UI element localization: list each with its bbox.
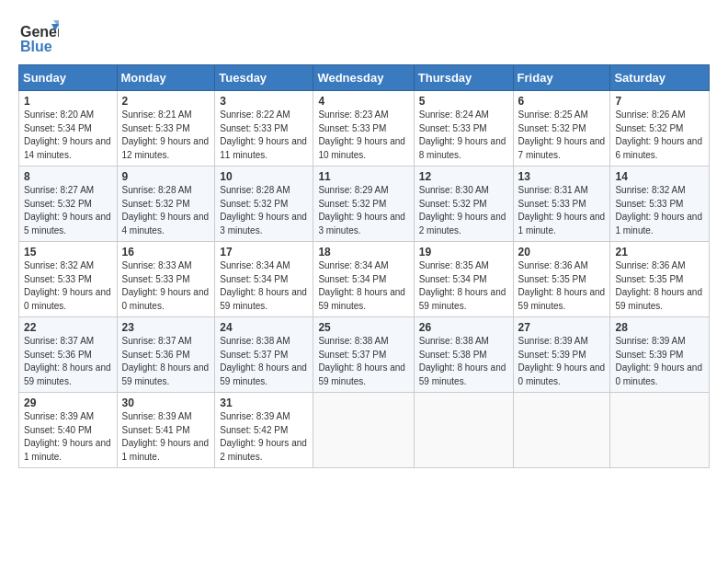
sunrise: Sunrise: 8:21 AM — [122, 109, 192, 120]
calendar-cell: 30 Sunrise: 8:39 AM Sunset: 5:41 PM Dayl… — [117, 393, 215, 468]
col-header-friday: Friday — [513, 65, 610, 91]
day-info: Sunrise: 8:38 AM Sunset: 5:38 PM Dayligh… — [419, 335, 508, 388]
day-info: Sunrise: 8:32 AM Sunset: 5:33 PM Dayligh… — [615, 184, 704, 237]
calendar-cell: 2 Sunrise: 8:21 AM Sunset: 5:33 PM Dayli… — [117, 91, 215, 167]
calendar-cell — [414, 393, 513, 468]
sunset: Sunset: 5:34 PM — [24, 123, 92, 133]
daylight: Daylight: 9 hours and 14 minutes. — [24, 136, 111, 160]
calendar-cell: 4 Sunrise: 8:23 AM Sunset: 5:33 PM Dayli… — [313, 91, 414, 167]
sunrise: Sunrise: 8:28 AM — [220, 185, 290, 195]
calendar-cell: 10 Sunrise: 8:28 AM Sunset: 5:32 PM Dayl… — [215, 167, 313, 242]
day-info: Sunrise: 8:37 AM Sunset: 5:36 PM Dayligh… — [122, 335, 210, 388]
sunrise: Sunrise: 8:32 AM — [615, 185, 685, 195]
daylight: Daylight: 8 hours and 59 minutes. — [518, 287, 606, 311]
calendar-cell: 22 Sunrise: 8:37 AM Sunset: 5:36 PM Dayl… — [19, 317, 118, 393]
daylight: Daylight: 9 hours and 6 minutes. — [615, 136, 702, 160]
calendar-week-row: 29 Sunrise: 8:39 AM Sunset: 5:40 PM Dayl… — [19, 393, 710, 468]
calendar-cell: 7 Sunrise: 8:26 AM Sunset: 5:32 PM Dayli… — [610, 91, 710, 167]
day-info: Sunrise: 8:39 AM Sunset: 5:39 PM Dayligh… — [615, 335, 704, 388]
sunset: Sunset: 5:32 PM — [419, 199, 487, 209]
calendar-week-row: 1 Sunrise: 8:20 AM Sunset: 5:34 PM Dayli… — [19, 91, 710, 167]
sunset: Sunset: 5:33 PM — [220, 123, 288, 133]
day-number: 18 — [318, 246, 408, 259]
sunset: Sunset: 5:32 PM — [518, 123, 586, 133]
day-info: Sunrise: 8:27 AM Sunset: 5:32 PM Dayligh… — [24, 184, 112, 237]
day-number: 9 — [122, 170, 210, 183]
col-header-sunday: Sunday — [19, 65, 118, 91]
sunset: Sunset: 5:42 PM — [220, 425, 288, 435]
sunrise: Sunrise: 8:26 AM — [615, 109, 685, 120]
daylight: Daylight: 8 hours and 59 minutes. — [220, 287, 307, 311]
sunrise: Sunrise: 8:36 AM — [615, 260, 685, 270]
day-info: Sunrise: 8:39 AM Sunset: 5:41 PM Dayligh… — [122, 410, 210, 464]
sunrise: Sunrise: 8:36 AM — [518, 260, 588, 270]
sunset: Sunset: 5:38 PM — [419, 350, 487, 360]
sunset: Sunset: 5:34 PM — [318, 274, 386, 284]
calendar-cell: 31 Sunrise: 8:39 AM Sunset: 5:42 PM Dayl… — [215, 393, 313, 468]
day-number: 14 — [615, 170, 704, 183]
sunset: Sunset: 5:33 PM — [318, 123, 386, 133]
sunrise: Sunrise: 8:33 AM — [122, 260, 192, 270]
daylight: Daylight: 9 hours and 1 minute. — [615, 212, 702, 236]
day-number: 6 — [518, 95, 606, 108]
calendar-week-row: 22 Sunrise: 8:37 AM Sunset: 5:36 PM Dayl… — [19, 317, 710, 393]
sunrise: Sunrise: 8:30 AM — [419, 185, 489, 195]
day-info: Sunrise: 8:38 AM Sunset: 5:37 PM Dayligh… — [220, 335, 308, 388]
sunrise: Sunrise: 8:34 AM — [220, 260, 290, 270]
sunset: Sunset: 5:33 PM — [24, 274, 92, 284]
calendar-cell: 12 Sunrise: 8:30 AM Sunset: 5:32 PM Dayl… — [414, 167, 513, 242]
day-number: 20 — [518, 246, 606, 259]
day-number: 21 — [615, 246, 704, 259]
sunset: Sunset: 5:33 PM — [122, 274, 190, 284]
day-info: Sunrise: 8:24 AM Sunset: 5:33 PM Dayligh… — [419, 109, 508, 162]
calendar-cell: 8 Sunrise: 8:27 AM Sunset: 5:32 PM Dayli… — [19, 167, 118, 242]
day-number: 7 — [615, 95, 704, 108]
day-info: Sunrise: 8:31 AM Sunset: 5:33 PM Dayligh… — [518, 184, 606, 237]
calendar-cell: 5 Sunrise: 8:24 AM Sunset: 5:33 PM Dayli… — [414, 91, 513, 167]
day-number: 29 — [24, 396, 112, 409]
day-number: 2 — [122, 95, 210, 108]
sunset: Sunset: 5:37 PM — [220, 350, 288, 360]
daylight: Daylight: 9 hours and 11 minutes. — [220, 136, 307, 160]
sunrise: Sunrise: 8:23 AM — [318, 109, 388, 120]
daylight: Daylight: 9 hours and 1 minute. — [24, 438, 111, 462]
daylight: Daylight: 8 hours and 59 minutes. — [615, 287, 702, 311]
day-number: 11 — [318, 170, 408, 183]
day-number: 30 — [122, 396, 210, 409]
col-header-thursday: Thursday — [414, 65, 513, 91]
calendar-cell: 26 Sunrise: 8:38 AM Sunset: 5:38 PM Dayl… — [414, 317, 513, 393]
day-number: 31 — [220, 396, 308, 409]
sunset: Sunset: 5:39 PM — [615, 350, 683, 360]
day-info: Sunrise: 8:20 AM Sunset: 5:34 PM Dayligh… — [24, 109, 112, 162]
sunset: Sunset: 5:36 PM — [122, 350, 190, 360]
daylight: Daylight: 8 hours and 59 minutes. — [24, 362, 111, 386]
sunset: Sunset: 5:32 PM — [122, 199, 190, 209]
sunset: Sunset: 5:40 PM — [24, 425, 92, 435]
calendar-cell: 23 Sunrise: 8:37 AM Sunset: 5:36 PM Dayl… — [117, 317, 215, 393]
calendar-cell: 3 Sunrise: 8:22 AM Sunset: 5:33 PM Dayli… — [215, 91, 313, 167]
day-info: Sunrise: 8:39 AM Sunset: 5:42 PM Dayligh… — [220, 410, 308, 464]
daylight: Daylight: 9 hours and 0 minutes. — [24, 287, 111, 311]
daylight: Daylight: 8 hours and 59 minutes. — [220, 362, 307, 386]
day-info: Sunrise: 8:28 AM Sunset: 5:32 PM Dayligh… — [122, 184, 210, 237]
day-info: Sunrise: 8:39 AM Sunset: 5:39 PM Dayligh… — [518, 335, 606, 388]
daylight: Daylight: 9 hours and 10 minutes. — [318, 136, 405, 160]
sunrise: Sunrise: 8:24 AM — [419, 109, 489, 120]
sunset: Sunset: 5:33 PM — [615, 199, 683, 209]
calendar-cell: 6 Sunrise: 8:25 AM Sunset: 5:32 PM Dayli… — [513, 91, 610, 167]
day-number: 10 — [220, 170, 308, 183]
calendar-cell: 25 Sunrise: 8:38 AM Sunset: 5:37 PM Dayl… — [313, 317, 414, 393]
page: General Blue SundayMondayTuesdayWednesda… — [0, 0, 728, 485]
daylight: Daylight: 8 hours and 59 minutes. — [419, 362, 506, 386]
sunset: Sunset: 5:34 PM — [220, 274, 288, 284]
daylight: Daylight: 8 hours and 59 minutes. — [318, 287, 405, 311]
daylight: Daylight: 9 hours and 3 minutes. — [220, 212, 307, 236]
day-number: 1 — [24, 95, 112, 108]
sunrise: Sunrise: 8:37 AM — [24, 336, 94, 346]
sunset: Sunset: 5:32 PM — [615, 123, 683, 133]
daylight: Daylight: 9 hours and 12 minutes. — [122, 136, 210, 160]
sunrise: Sunrise: 8:28 AM — [122, 185, 192, 195]
calendar-table: SundayMondayTuesdayWednesdayThursdayFrid… — [18, 64, 710, 468]
day-info: Sunrise: 8:26 AM Sunset: 5:32 PM Dayligh… — [615, 109, 704, 162]
day-number: 3 — [220, 95, 308, 108]
